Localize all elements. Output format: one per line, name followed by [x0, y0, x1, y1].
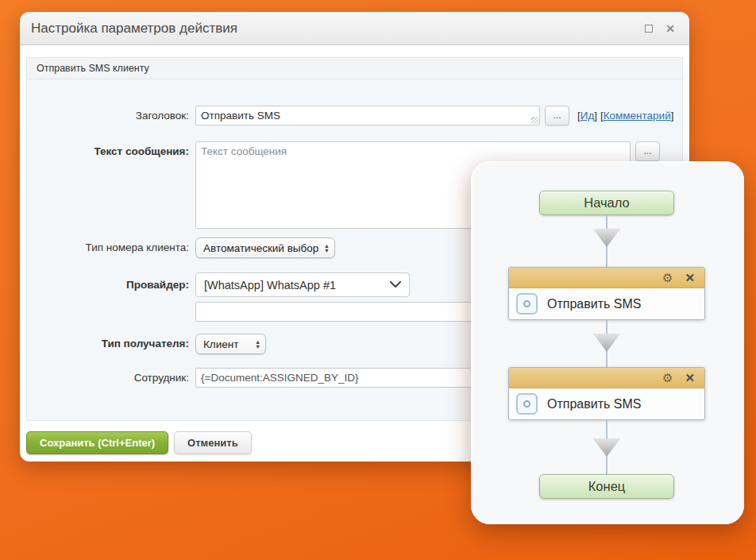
gear-icon[interactable]: ⚙	[662, 372, 673, 384]
provider-select[interactable]: [WhatsApp] WhatsApp #1	[195, 272, 410, 297]
action-section-header: Отправить SMS клиенту	[26, 57, 683, 79]
dialog-footer: Сохранить (Ctrl+Enter) Отменить	[26, 431, 252, 454]
delete-icon[interactable]: ✕	[685, 372, 695, 384]
flow-end-label: Конец	[588, 479, 626, 494]
flow-block-header: ⚙ ✕	[509, 268, 704, 288]
stepper-icon: ▴▾	[256, 339, 259, 350]
gear-icon[interactable]: ⚙	[662, 272, 673, 284]
flow-action-block[interactable]: ⚙ ✕ Отправить SMS	[508, 267, 705, 320]
chevron-down-icon	[390, 281, 401, 288]
restore-icon[interactable]	[645, 25, 653, 33]
id-link[interactable]: Ид	[580, 110, 595, 122]
number-type-label: Тип номера клиента:	[27, 238, 195, 257]
employee-label: Сотрудник:	[27, 368, 195, 388]
provider-label: Провайдер:	[27, 272, 195, 297]
flow-arrow-icon	[592, 438, 621, 457]
dialog-titlebar: Настройка параметров действия ✕	[20, 12, 689, 45]
number-type-row: Тип номера клиента: Автоматический выбор…	[27, 238, 335, 258]
flow-block-body: Отправить SMS	[509, 288, 704, 315]
delete-icon[interactable]: ✕	[685, 272, 695, 284]
recipient-type-value: Клиент	[203, 338, 238, 350]
window-controls: ✕	[645, 23, 675, 34]
sms-activity-icon	[516, 293, 538, 315]
number-type-select[interactable]: Автоматический выбор ▴▾	[195, 238, 335, 258]
title-field-wrap	[195, 106, 540, 126]
bracket-close: ]	[594, 110, 597, 122]
title-links: [Ид] [Комментарий]	[577, 106, 673, 126]
message-more-button[interactable]: ...	[635, 141, 660, 161]
flow-arrow-icon	[592, 334, 621, 352]
recipient-type-select[interactable]: Клиент ▴▾	[195, 334, 266, 354]
flow-block-header: ⚙ ✕	[509, 368, 704, 388]
flow-start-node[interactable]: Начало	[539, 191, 674, 215]
employee-row: Сотрудник:	[27, 368, 529, 388]
recipient-type-label: Тип получателя:	[27, 334, 195, 353]
flow-action-block[interactable]: ⚙ ✕ Отправить SMS	[508, 367, 705, 420]
flow-block-label: Отправить SMS	[547, 297, 641, 311]
flow-block-label: Отправить SMS	[547, 397, 641, 411]
workflow-designer-card: Начало ⚙ ✕ Отправить SMS ⚙ ✕ Отправить S…	[471, 161, 744, 524]
title-input[interactable]	[195, 106, 540, 126]
comment-link[interactable]: Комментарий	[604, 110, 671, 122]
recipient-type-row: Тип получателя: Клиент ▴▾	[27, 334, 266, 354]
title-more-button[interactable]: ...	[545, 106, 569, 126]
cancel-button[interactable]: Отменить	[174, 431, 252, 454]
close-icon[interactable]: ✕	[665, 23, 675, 34]
resize-grip-icon[interactable]	[531, 117, 538, 124]
dialog-title: Настройка параметров действия	[31, 21, 237, 37]
stepper-icon: ▴▾	[325, 243, 328, 253]
sms-activity-icon	[516, 393, 538, 415]
title-label: Заголовок:	[27, 106, 195, 126]
number-type-value: Автоматический выбор	[203, 242, 318, 254]
flow-end-node[interactable]: Конец	[539, 474, 674, 499]
message-label: Текст сообщения:	[27, 141, 195, 161]
provider-extra-row	[27, 302, 529, 322]
action-section-title: Отправить SMS клиенту	[37, 63, 149, 74]
title-row: Заголовок: ... [Ид] [Комментарий]	[27, 106, 673, 126]
provider-value: [WhatsApp] WhatsApp #1	[204, 279, 336, 292]
flow-start-label: Начало	[584, 195, 630, 210]
save-button[interactable]: Сохранить (Ctrl+Enter)	[26, 431, 168, 454]
flow-block-body: Отправить SMS	[509, 388, 704, 415]
flow-arrow-icon	[592, 229, 621, 247]
provider-row: Провайдер: [WhatsApp] WhatsApp #1	[27, 272, 410, 297]
bracket-close: ]	[671, 110, 674, 122]
